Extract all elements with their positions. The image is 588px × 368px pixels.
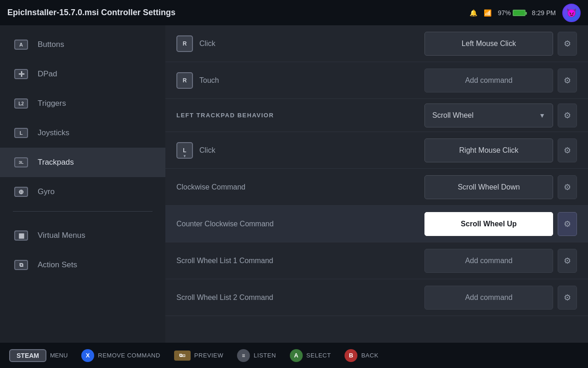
- sidebar-item-buttons[interactable]: A Buttons: [0, 30, 165, 59]
- row-counter-clockwise: Counter Clockwise Command Scroll Wheel U…: [165, 206, 588, 242]
- sidebar-label-triggers: Triggers: [38, 99, 66, 108]
- badge-gyro: ⊕: [14, 187, 28, 197]
- sidebar-item-triggers[interactable]: L2 Triggers: [0, 89, 165, 118]
- row-click: L ▼ Click Right Mouse Click ⚙: [165, 132, 588, 169]
- action-btn-right-mouse[interactable]: Right Mouse Click: [424, 138, 553, 162]
- preview-label: PREVIEW: [194, 352, 223, 359]
- sidebar-icon-joysticks: L: [13, 125, 29, 141]
- badge-vm: ▦: [14, 230, 28, 241]
- sidebar-icon-gyro: ⊕: [13, 184, 29, 200]
- section-title-left-trackpad: LEFT TRACKPAD BEHAVIOR: [176, 112, 424, 119]
- bottombar: STEAM MENU X REMOVE COMMAND ⧉⊡ PREVIEW ≡…: [0, 343, 588, 368]
- sidebar-icon-action-sets: ⧉: [13, 257, 29, 273]
- row-text-clockwise: Clockwise Command: [176, 183, 245, 191]
- row-label-clockwise: Clockwise Command: [176, 183, 424, 191]
- gear-btn-scroll-1[interactable]: ⚙: [558, 249, 577, 273]
- bottom-action-back: B BACK: [345, 349, 378, 362]
- gear-btn-touch[interactable]: ⚙: [558, 69, 577, 92]
- badge-l: L: [14, 128, 28, 138]
- sidebar: A Buttons ✛ DPad L2 Triggers L Joysticks…: [0, 25, 165, 343]
- action-btn-scroll-up[interactable]: Scroll Wheel Up: [424, 212, 553, 236]
- row-text-scroll-2: Scroll Wheel List 2 Command: [176, 293, 273, 302]
- steam-button[interactable]: STEAM: [9, 349, 46, 362]
- bottom-action-preview: ⧉⊡ PREVIEW: [174, 351, 223, 361]
- preview-button-icon[interactable]: ⧉⊡: [174, 351, 191, 361]
- gear-btn-clockwise[interactable]: ⚙: [558, 175, 577, 199]
- action-btn-scroll-down[interactable]: Scroll Wheel Down: [424, 175, 553, 199]
- battery-indicator: 97%: [498, 9, 526, 17]
- sidebar-item-action-sets[interactable]: ⧉ Action Sets: [0, 250, 165, 280]
- action-btn-touch-add[interactable]: Add command: [424, 69, 553, 92]
- menu-label: MENU: [50, 352, 68, 359]
- row-text-click-top: Click: [199, 40, 215, 48]
- sidebar-item-dpad[interactable]: ✛ DPad: [0, 59, 165, 89]
- row-action-scroll-1: Add command ⚙: [424, 249, 577, 273]
- action-btn-left-mouse[interactable]: Left Mouse Click: [424, 32, 553, 56]
- row-action-touch: Add command ⚙: [424, 69, 577, 92]
- key-badge-l-click: L ▼: [176, 142, 193, 159]
- arrow-down-icon: ▼: [183, 154, 187, 158]
- bottom-action-select: A SELECT: [290, 349, 331, 362]
- dropdown-value: Scroll Wheel: [432, 111, 474, 120]
- row-text-touch: Touch: [199, 76, 219, 85]
- sidebar-icon-virtual-menus: ▦: [13, 227, 29, 244]
- sidebar-label-gyro: Gyro: [38, 187, 55, 196]
- listen-label: LISTEN: [254, 352, 276, 359]
- row-label-touch: R Touch: [176, 72, 424, 89]
- row-action-clockwise: Scroll Wheel Down ⚙: [424, 175, 577, 199]
- content-area: R Click Left Mouse Click ⚙ R Touch Add c…: [165, 25, 588, 343]
- row-label-scroll-2: Scroll Wheel List 2 Command: [176, 293, 424, 302]
- listen-button-icon[interactable]: ≡: [237, 349, 250, 362]
- sidebar-divider: [13, 211, 153, 212]
- gear-btn-click[interactable]: ⚙: [558, 138, 577, 162]
- badge-as: ⧉: [14, 260, 28, 270]
- key-badge-r-touch: R: [176, 72, 193, 89]
- sidebar-icon-trackpads: 3L: [13, 154, 29, 171]
- main-layout: A Buttons ✛ DPad L2 Triggers L Joysticks…: [0, 25, 588, 343]
- sidebar-icon-dpad: ✛: [13, 66, 29, 82]
- row-label-ccw: Counter Clockwise Command: [176, 220, 424, 228]
- sidebar-label-joysticks: Joysticks: [38, 128, 69, 138]
- b-button[interactable]: B: [345, 349, 357, 362]
- row-action-ccw: Scroll Wheel Up ⚙: [424, 212, 577, 236]
- row-clockwise: Clockwise Command Scroll Wheel Down ⚙: [165, 169, 588, 206]
- sidebar-bottom: ▦ Virtual Menus ⧉ Action Sets: [0, 221, 165, 280]
- gear-btn-click-top[interactable]: ⚙: [558, 32, 577, 56]
- chevron-down-icon: ▼: [539, 112, 545, 119]
- row-label-click-top: R Click: [176, 35, 424, 52]
- sidebar-label-dpad: DPad: [38, 69, 57, 79]
- badge-plus: ✛: [14, 69, 28, 79]
- row-action-scroll-2: Add command ⚙: [424, 286, 577, 310]
- row-click-top: R Click Left Mouse Click ⚙: [165, 25, 588, 62]
- row-action-click: Right Mouse Click ⚙: [424, 138, 577, 162]
- x-button[interactable]: X: [81, 349, 94, 362]
- sidebar-label-action-sets: Action Sets: [38, 260, 77, 270]
- steam-menu-group: STEAM MENU: [9, 349, 68, 362]
- avatar: 😈: [562, 4, 581, 22]
- key-badge-r-click: R: [176, 35, 193, 52]
- action-btn-scroll-1-add[interactable]: Add command: [424, 249, 553, 273]
- gear-btn-section[interactable]: ⚙: [558, 104, 577, 127]
- section-dropdown-scroll-wheel[interactable]: Scroll Wheel ▼: [424, 104, 553, 127]
- row-text-ccw: Counter Clockwise Command: [176, 220, 274, 228]
- topbar-icons: 🔔 📶 97% 8:29 PM 😈: [469, 4, 581, 22]
- bottom-action-remove: X REMOVE COMMAND: [81, 349, 160, 362]
- sidebar-item-virtual-menus[interactable]: ▦ Virtual Menus: [0, 221, 165, 250]
- sidebar-label-trackpads: Trackpads: [38, 158, 74, 167]
- wifi-icon: 📶: [484, 9, 492, 17]
- sidebar-icon-triggers: L2: [13, 95, 29, 112]
- sidebar-item-gyro[interactable]: ⊕ Gyro: [0, 177, 165, 207]
- gear-btn-scroll-2[interactable]: ⚙: [558, 286, 577, 310]
- sidebar-item-joysticks[interactable]: L Joysticks: [0, 118, 165, 148]
- sidebar-item-trackpads[interactable]: 3L Trackpads: [0, 148, 165, 177]
- badge-3l: 3L: [14, 157, 28, 167]
- clock: 8:29 PM: [532, 9, 556, 17]
- a-button[interactable]: A: [290, 349, 303, 362]
- gear-btn-ccw[interactable]: ⚙: [558, 212, 577, 236]
- topbar-title: EpicInstaller-15.7.0.msi Controller Sett…: [7, 8, 469, 17]
- section-header-left-trackpad: LEFT TRACKPAD BEHAVIOR Scroll Wheel ▼ ⚙: [165, 99, 588, 132]
- row-touch-top: R Touch Add command ⚙: [165, 62, 588, 99]
- action-btn-scroll-2-add[interactable]: Add command: [424, 286, 553, 310]
- bell-icon: 🔔: [469, 9, 477, 17]
- sidebar-label-buttons: Buttons: [38, 40, 64, 49]
